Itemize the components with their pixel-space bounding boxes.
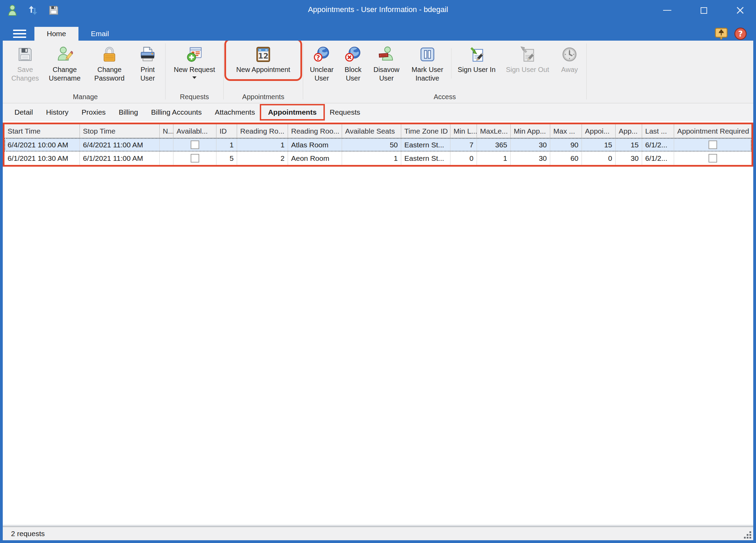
svg-text:12: 12 (258, 52, 269, 60)
save-icon[interactable] (47, 4, 60, 17)
cell-min-l: 0 (450, 152, 477, 165)
pin-note-icon[interactable] (715, 28, 728, 40)
column-header-min-app[interactable]: Min App... (511, 124, 550, 138)
available-checkbox[interactable] (191, 140, 199, 149)
appointments-grid: Start Time Stop Time N... Availabl... ID… (3, 123, 753, 167)
sign-user-in-button[interactable]: Sign User In (453, 43, 500, 76)
change-username-button[interactable]: Change Username (43, 43, 87, 85)
form-plus-icon (186, 46, 203, 63)
tab-billing[interactable]: Billing (113, 106, 144, 118)
group-label-appointments: Appointments (224, 92, 303, 103)
ribbon-group-appointments: 12 New Appointment Appointments (224, 41, 303, 103)
quick-access-toolbar (0, 0, 60, 17)
status-text: 2 requests (11, 530, 45, 538)
column-header-appoi[interactable]: Appoi... (582, 124, 616, 138)
cell-n (160, 138, 173, 152)
column-header-available-seats[interactable]: Available Seats (342, 124, 401, 138)
print-user-button[interactable]: Print User (132, 43, 163, 85)
tab-attachments[interactable]: Attachments (209, 106, 261, 118)
printer-icon (139, 46, 156, 63)
globe-block-icon (345, 46, 361, 63)
disavow-user-button[interactable]: Disavow User (368, 43, 405, 85)
column-header-available[interactable]: Availabl... (173, 124, 216, 138)
padlock-icon (101, 46, 118, 63)
new-request-button[interactable]: New Request (168, 43, 221, 81)
user-pencil-icon (56, 46, 73, 63)
tab-email[interactable]: Email (78, 27, 121, 41)
column-header-app[interactable]: App... (616, 124, 642, 138)
cell-min-app: 30 (511, 152, 550, 165)
column-header-min-l[interactable]: Min L... (450, 124, 477, 138)
cell-stop-time: 6/1/2021 11:00 AM (80, 152, 160, 165)
ribbon-tab-row: Home Email ? (0, 27, 756, 41)
floppy-disk-icon (17, 46, 33, 63)
column-header-reading-room[interactable]: Reading Roo... (288, 124, 342, 138)
cell-max: 90 (550, 138, 582, 152)
cell-app: 15 (616, 138, 642, 152)
column-header-id[interactable]: ID (216, 124, 237, 138)
mark-user-inactive-button[interactable]: Mark User Inactive (405, 43, 450, 85)
appointment-required-checkbox[interactable] (709, 140, 717, 149)
column-header-maxle[interactable]: MaxLe... (477, 124, 511, 138)
button-label: Change Password (88, 65, 131, 83)
away-button[interactable]: Away (555, 43, 584, 76)
appointment-required-checkbox[interactable] (709, 154, 717, 163)
tab-appointments[interactable]: Appointments (262, 106, 323, 118)
tab-billing-accounts[interactable]: Billing Accounts (145, 106, 208, 118)
group-label-manage: Manage (6, 92, 165, 103)
tab-detail[interactable]: Detail (8, 106, 39, 118)
refresh-icon[interactable] (27, 4, 39, 17)
cell-appointment-required (674, 138, 752, 152)
save-changes-button[interactable]: Save Changes (8, 43, 43, 85)
button-label: Sign User Out (506, 65, 549, 74)
cell-max: 60 (550, 152, 582, 165)
window-title: Appointments - User Information - bdegai… (0, 0, 756, 19)
cell-start-time: 6/4/2021 10:00 AM (4, 138, 80, 152)
titlebar-help-icons: ? (715, 27, 756, 41)
grid-row-1[interactable]: 6/4/2021 10:00 AM 6/4/2021 11:00 AM 1 1 … (4, 138, 752, 152)
in-group-separator (451, 48, 451, 79)
status-bar: 2 requests (3, 527, 753, 540)
cell-time-zone-id: Eastern St... (401, 152, 450, 165)
ribbon-group-requests: New Request Requests (166, 41, 223, 103)
button-label: New Request (174, 65, 215, 74)
cell-available-seats: 1 (342, 152, 401, 165)
tab-proxies[interactable]: Proxies (75, 106, 112, 118)
unclear-user-button[interactable]: ? Unclear User (305, 43, 338, 85)
group-label-access: Access (303, 92, 586, 103)
sign-user-out-button[interactable]: Sign User Out (500, 43, 555, 76)
button-label: Disavow User (369, 65, 404, 83)
block-user-button[interactable]: Block User (338, 43, 368, 85)
available-checkbox[interactable] (191, 154, 199, 163)
help-icon[interactable]: ? (734, 27, 747, 40)
maximize-icon[interactable] (697, 4, 711, 17)
close-icon[interactable] (733, 4, 747, 17)
column-header-n[interactable]: N... (160, 124, 173, 138)
column-header-appointment-required[interactable]: Appointment Required (674, 124, 752, 138)
tab-home[interactable]: Home (34, 27, 78, 41)
button-label: Change Username (44, 65, 85, 83)
user-icon[interactable] (6, 4, 19, 17)
button-label: Print User (134, 65, 162, 83)
column-header-stop-time[interactable]: Stop Time (80, 124, 160, 138)
change-password-button[interactable]: Change Password (87, 43, 132, 85)
group-separator (586, 43, 587, 100)
grid-row-2[interactable]: 6/1/2021 10:30 AM 6/1/2021 11:00 AM 5 2 … (4, 152, 752, 165)
column-header-last[interactable]: Last ... (642, 124, 674, 138)
column-header-max[interactable]: Max ... (550, 124, 582, 138)
sign-out-icon (519, 46, 536, 63)
menu-icon[interactable] (5, 27, 34, 41)
tab-history[interactable]: History (40, 106, 75, 118)
resize-grip-icon[interactable] (744, 531, 751, 539)
globe-question-icon: ? (313, 46, 330, 63)
tab-requests[interactable]: Requests (323, 106, 366, 118)
column-header-reading-ro[interactable]: Reading Ro... (237, 124, 288, 138)
new-appointment-button[interactable]: 12 New Appointment (229, 43, 297, 76)
column-header-time-zone-id[interactable]: Time Zone ID (401, 124, 450, 138)
cell-min-l: 7 (450, 138, 477, 152)
appointments-panel: Start Time Stop Time N... Availabl... ID… (3, 121, 753, 527)
sign-in-icon (468, 46, 485, 63)
minimize-icon[interactable] (660, 4, 674, 17)
svg-text:?: ? (316, 54, 320, 62)
column-header-start-time[interactable]: Start Time (4, 124, 80, 138)
